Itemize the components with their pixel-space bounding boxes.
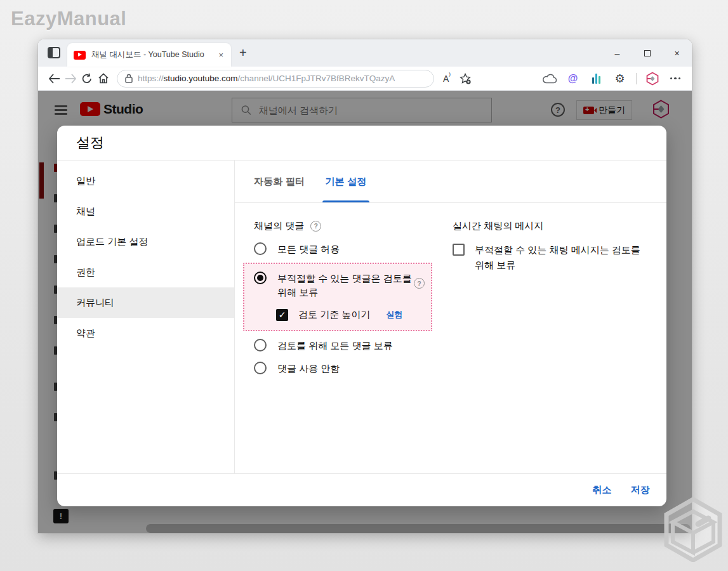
checkbox-checked-icon[interactable]: ✓ <box>276 309 288 321</box>
url-text: https://studio.youtube.com/channel/UCH1F… <box>138 74 395 83</box>
nav-item-upload-defaults[interactable]: 업로드 기본 설정 <box>57 226 234 257</box>
settings-dialog: 설정 일반 채널 업로드 기본 설정 권한 커뮤니티 약관 자동화 필터 기본 … <box>57 126 666 506</box>
settings-more-icon[interactable] <box>670 77 681 80</box>
option-help-icon[interactable]: ? <box>414 278 425 289</box>
live-chat-heading: 실시간 채팅의 메시지 <box>453 220 543 232</box>
checkbox-unchecked-icon[interactable] <box>453 244 465 256</box>
nav-item-channel[interactable]: 채널 <box>57 196 234 226</box>
browser-tab-bar: 채널 대시보드 - YouTube Studio × + – × <box>38 39 692 67</box>
refresh-button[interactable] <box>79 70 95 87</box>
save-button[interactable]: 저장 <box>631 484 650 496</box>
forward-button[interactable] <box>62 70 79 87</box>
comments-heading: 채널의 댓글 <box>254 220 304 232</box>
nav-item-permissions[interactable]: 권한 <box>57 257 234 287</box>
nav-item-community[interactable]: 커뮤니티 <box>57 287 234 318</box>
tab-automated-filters[interactable]: 자동화 필터 <box>254 161 305 202</box>
url-path: /channel/UCH1FpJTRv7BfBRekvTQazyA <box>238 74 395 83</box>
highlighted-option-box: 부적절할 수 있는 댓글은 검토를 위해 보류 ? ✓ 검토 기준 높이기 실험 <box>243 263 432 331</box>
tab-workspaces-icon[interactable] <box>48 47 60 58</box>
comments-help-icon[interactable]: ? <box>310 221 321 232</box>
cancel-button[interactable]: 취소 <box>592 484 611 496</box>
bars-glyph <box>592 74 600 84</box>
read-aloud-button[interactable]: A) <box>443 74 451 84</box>
browser-toolbar: https://studio.youtube.com/channel/UCH1F… <box>38 67 692 91</box>
option-hold-all-comments[interactable]: 검토를 위해 모든 댓글 보류 <box>254 339 435 353</box>
browser-tab[interactable]: 채널 대시보드 - YouTube Studio × <box>67 43 231 67</box>
youtube-favicon-icon <box>74 51 86 60</box>
radio-selected-icon[interactable] <box>254 272 267 284</box>
browser-window: 채널 대시보드 - YouTube Studio × + – × https:/… <box>38 39 692 533</box>
bars-extension-icon[interactable] <box>589 71 604 86</box>
dialog-footer: 취소 저장 <box>57 473 666 506</box>
option-allow-all-comments[interactable]: 모든 댓글 허용 <box>254 242 435 256</box>
radio-unselected-icon[interactable] <box>254 242 267 255</box>
increase-strictness-checkbox-row[interactable]: ✓ 검토 기준 높이기 실험 <box>276 307 425 322</box>
radio-unselected-icon[interactable] <box>254 362 267 374</box>
minimize-button[interactable]: – <box>602 48 632 58</box>
channel-comments-section: 채널의 댓글 ? 모든 댓글 허용 부적절할 수 있는 댓글은 검토를 <box>254 218 435 473</box>
nav-item-general[interactable]: 일반 <box>57 166 234 196</box>
option-hold-potentially-inappropriate[interactable]: 부적절할 수 있는 댓글은 검토를 위해 보류 <box>254 272 425 299</box>
gear-glyph: ⚙ <box>614 72 625 86</box>
read-aloud-sup: ) <box>449 71 451 77</box>
cloud-icon[interactable] <box>542 71 557 86</box>
watermark-brand: EazyManual <box>11 8 126 30</box>
mail-at-extension-icon[interactable]: @ <box>566 71 581 86</box>
url-scheme: https:// <box>138 74 164 83</box>
dialog-title: 설정 <box>57 126 666 161</box>
option-disable-comments[interactable]: 댓글 사용 안함 <box>254 362 435 376</box>
studio-page: Studio ? 만들기 ! <box>38 91 692 533</box>
url-host: studio.youtube.com <box>164 74 238 83</box>
favorites-add-button[interactable] <box>460 73 471 84</box>
community-tabs: 자동화 필터 기본 설정 <box>235 161 666 203</box>
experiment-badge: 실험 <box>386 309 402 320</box>
toolbar-divider <box>636 73 637 84</box>
lock-icon <box>125 74 133 83</box>
tab-title: 채널 대시보드 - YouTube Studio <box>91 49 211 60</box>
watermark-cube-icon <box>661 497 725 562</box>
nav-item-terms[interactable]: 약관 <box>57 318 234 348</box>
maximize-icon <box>644 50 651 56</box>
extensions-icon[interactable]: ⚙ <box>612 71 628 86</box>
live-chat-checkbox-row[interactable]: 부적절할 수 있는 채팅 메시지는 검토를 위해 보류 <box>453 242 643 273</box>
at-glyph: @ <box>568 73 578 84</box>
tab-close-icon[interactable]: × <box>217 50 225 60</box>
close-button[interactable]: × <box>662 48 692 58</box>
live-chat-section: 실시간 채팅의 메시지 부적절할 수 있는 채팅 메시지는 검토를 위해 보류 <box>453 218 643 473</box>
home-button[interactable] <box>95 70 112 87</box>
tab-default-settings[interactable]: 기본 설정 <box>325 161 366 202</box>
settings-nav: 일반 채널 업로드 기본 설정 권한 커뮤니티 약관 <box>57 161 235 473</box>
hexagon-extension-icon[interactable] <box>645 71 660 86</box>
address-bar[interactable]: https://studio.youtube.com/channel/UCH1F… <box>117 70 434 88</box>
window-controls: – × <box>602 39 692 67</box>
maximize-button[interactable] <box>632 48 662 58</box>
radio-unselected-icon[interactable] <box>254 339 267 351</box>
new-tab-button[interactable]: + <box>239 46 247 60</box>
back-button[interactable] <box>46 70 62 87</box>
read-aloud-glyph: A <box>443 74 449 84</box>
